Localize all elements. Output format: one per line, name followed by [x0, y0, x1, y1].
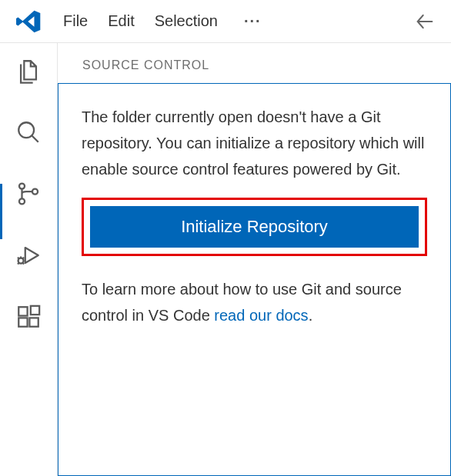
main-area: SOURCE CONTROL The folder currently open… [0, 43, 451, 476]
read-docs-link[interactable]: read our docs [214, 307, 308, 324]
title-bar: File Edit Selection ··· [0, 0, 451, 43]
menu-edit[interactable]: Edit [108, 12, 134, 30]
svg-rect-7 [29, 318, 38, 326]
svg-point-1 [19, 184, 25, 189]
back-arrow-icon[interactable] [414, 11, 436, 32]
source-control-panel: SOURCE CONTROL The folder currently open… [57, 43, 451, 476]
svg-point-3 [32, 189, 38, 195]
svg-point-0 [18, 122, 34, 138]
intro-text: The folder currently open doesn't have a… [82, 104, 427, 182]
learn-suffix: . [309, 307, 313, 324]
initialize-repository-button[interactable]: Initialize Repository [90, 206, 419, 248]
menu-overflow-icon[interactable]: ··· [244, 12, 262, 30]
active-indicator [0, 184, 2, 239]
panel-title: SOURCE CONTROL [58, 43, 451, 83]
svg-rect-8 [31, 306, 39, 315]
run-debug-icon[interactable] [15, 241, 42, 269]
menu-selection[interactable]: Selection [155, 12, 218, 30]
search-icon[interactable] [15, 118, 42, 146]
svg-rect-6 [18, 318, 27, 326]
annotation-highlight: Initialize Repository [82, 198, 427, 256]
welcome-view: The folder currently open doesn't have a… [58, 83, 451, 476]
source-control-icon[interactable] [15, 180, 42, 208]
activity-bar [0, 43, 57, 476]
learn-more-text: To learn more about how to use Git and s… [82, 276, 427, 328]
menu-file[interactable]: File [63, 12, 88, 30]
vscode-logo-icon [15, 8, 42, 35]
menubar: File Edit Selection ··· [63, 12, 262, 30]
svg-rect-5 [18, 307, 27, 315]
extensions-icon[interactable] [15, 303, 42, 331]
svg-point-2 [19, 198, 25, 204]
explorer-icon[interactable] [15, 57, 42, 85]
